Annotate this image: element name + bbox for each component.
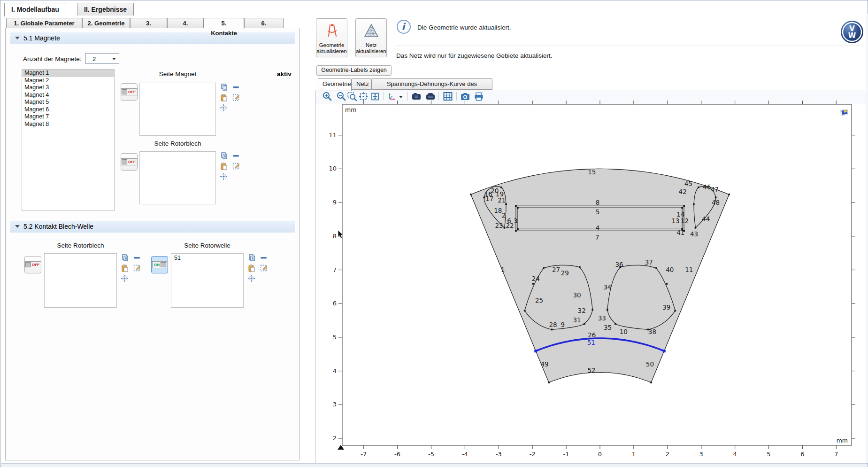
viewtab-netz[interactable]: Netz: [352, 78, 371, 90]
button-label: Geometrie: [316, 42, 347, 48]
toggle-seite-rotorblech[interactable]: OFF: [121, 153, 138, 171]
vertex-dot: [515, 205, 517, 207]
geometrie-labels-zeigen-button[interactable]: Geometrie-Labels zeigen: [316, 65, 392, 76]
paste-icon[interactable]: [247, 264, 255, 272]
magnet-list-item[interactable]: Magnet 3: [22, 84, 114, 92]
clear-selection-icon[interactable]: [232, 162, 240, 170]
paste-icon[interactable]: [121, 264, 129, 272]
magnet-list-item[interactable]: Magnet 5: [22, 99, 114, 106]
edge-label-41: 41: [676, 229, 684, 236]
zoom-selection-icon[interactable]: [220, 172, 228, 180]
magnet-list-item[interactable]: Magnet 1: [22, 70, 114, 77]
magnet-list[interactable]: Magnet 1Magnet 2Magnet 3Magnet 4Magnet 5…: [22, 69, 115, 211]
magnet-list-item[interactable]: Magnet 7: [22, 113, 114, 121]
clear-selection-icon[interactable]: [260, 264, 268, 272]
selection-tools-seite-magnet: [220, 83, 241, 114]
viewtab-geometrie[interactable]: Geometrie: [318, 78, 352, 91]
magnet-list-item[interactable]: Magnet 6: [22, 106, 114, 114]
subtab-6-material[interactable]: 6. Material: [244, 18, 284, 29]
edge-label-2: 2: [502, 211, 506, 219]
paste-icon[interactable]: [220, 162, 228, 170]
vertex-dot: [683, 205, 685, 207]
window-right-strip: [866, 14, 868, 463]
magnet-list-item[interactable]: Magnet 2: [22, 77, 114, 85]
viewtab-spannungs-dehnungs-kurve[interactable]: Spannungs-Dehnungs-Kurve des Blechmateri…: [371, 78, 492, 90]
subtab-3-gebiete[interactable]: 3. Gebiete: [130, 18, 167, 29]
remove-icon[interactable]: [133, 254, 141, 262]
clear-selection-icon[interactable]: [133, 264, 141, 272]
edge-label-35: 35: [604, 324, 612, 331]
mesh-triangle-icon: [363, 23, 379, 39]
selection-box-kontakt-rotorwelle[interactable]: 51: [171, 253, 244, 308]
button-label: Netz: [356, 42, 386, 48]
zoom-selection-icon[interactable]: [121, 274, 129, 282]
svg-text:W: W: [848, 31, 856, 40]
edge-label-17: 17: [485, 195, 493, 202]
vw-logo: V W: [840, 20, 864, 44]
netz-aktualisieren-button[interactable]: Netzaktualisieren: [355, 18, 387, 57]
edge-label-25: 25: [535, 296, 543, 304]
edge-label-3: 3: [514, 217, 518, 225]
x-axis-unit-label: mm: [837, 437, 848, 444]
zoom-selection-icon[interactable]: [220, 104, 228, 112]
x-tick-label: -5: [428, 451, 434, 458]
divider: [396, 46, 865, 46]
remove-icon[interactable]: [260, 254, 268, 262]
edge-label-34: 34: [603, 283, 611, 291]
info-message-primary: Die Geometrie wurde aktualisiert.: [417, 24, 511, 31]
selection-tools-kontakt-rotorblech: [121, 254, 142, 285]
selection-box-seite-rotorblech[interactable]: [139, 151, 216, 204]
tab-ergebnisse[interactable]: II. Ergebnisse: [77, 3, 134, 16]
vertex-dot: [655, 267, 657, 269]
remove-icon[interactable]: [232, 152, 240, 160]
selection-box-kontakt-rotorblech[interactable]: [44, 253, 117, 308]
clear-selection-icon[interactable]: [232, 93, 240, 101]
magnet-list-item[interactable]: Magnet 4: [22, 92, 114, 99]
y-axis-unit-label: mm: [345, 106, 356, 113]
edge-label-37: 37: [645, 258, 653, 266]
edge-label-39: 39: [662, 304, 670, 311]
edge-label-28: 28: [549, 321, 557, 328]
selected-edge-item[interactable]: 51: [174, 255, 181, 261]
subtab-5-kontakte[interactable]: 5. Kontakte: [204, 18, 244, 30]
edge-label-11: 11: [685, 266, 693, 273]
copy-icon[interactable]: [247, 254, 255, 262]
info-icon: i: [396, 19, 411, 34]
toggle-kontakt-rotorwelle[interactable]: ON: [151, 256, 168, 273]
selection-box-seite-magnet[interactable]: [139, 83, 216, 136]
subtab-4-ränder[interactable]: 4. Ränder: [167, 18, 204, 29]
magnet-list-item[interactable]: Magnet 8: [22, 121, 114, 128]
remove-icon[interactable]: [232, 83, 240, 91]
toggle-seite-magnet[interactable]: OFF: [121, 83, 138, 101]
copy-icon[interactable]: [121, 254, 129, 262]
plot-watermark-icon[interactable]: [840, 108, 849, 117]
section-header-kontakt[interactable]: 5.2 Kontakt Blech-Welle: [10, 221, 295, 233]
section-header-magnete[interactable]: 5.1 Magnete: [10, 32, 295, 44]
toggle-kontakt-rotorblech[interactable]: OFF: [24, 256, 41, 273]
subtab-1-globale-parameter[interactable]: 1. Globale Parameter: [6, 18, 82, 29]
edge-label-24: 24: [532, 275, 540, 282]
edge-label-45: 45: [684, 180, 692, 187]
edge-label-22: 22: [506, 222, 514, 229]
mouse-cursor: [338, 230, 344, 240]
subtab-2-geometrie[interactable]: 2. Geometrie: [82, 18, 130, 29]
edge-label-30: 30: [573, 291, 581, 299]
copy-icon[interactable]: [220, 83, 228, 91]
geometry-plot[interactable]: 1234567891011121314151617181920212223242…: [329, 100, 862, 458]
vertex-dot: [543, 267, 545, 269]
geometrie-aktualisieren-button[interactable]: Geometrieaktualisieren: [316, 18, 347, 57]
app-window: I. Modellaufbau II. Ergebnisse 1. Global…: [0, 0, 868, 467]
vertex-dot: [579, 266, 581, 268]
paste-icon[interactable]: [220, 93, 228, 101]
edge-label-50: 50: [646, 360, 654, 368]
edge-label-14: 14: [676, 210, 684, 218]
zoom-selection-icon[interactable]: [247, 274, 255, 282]
x-tick-label: 2: [666, 451, 669, 458]
tab-modellaufbau[interactable]: I. Modellaufbau: [4, 3, 66, 16]
magnet-count-dropdown[interactable]: 2: [85, 53, 119, 64]
x-tick-label: -7: [361, 451, 367, 458]
compass-icon: [324, 23, 340, 39]
edge-label-52: 52: [587, 366, 595, 374]
y-tick-label: 9: [333, 199, 337, 206]
copy-icon[interactable]: [220, 152, 228, 160]
